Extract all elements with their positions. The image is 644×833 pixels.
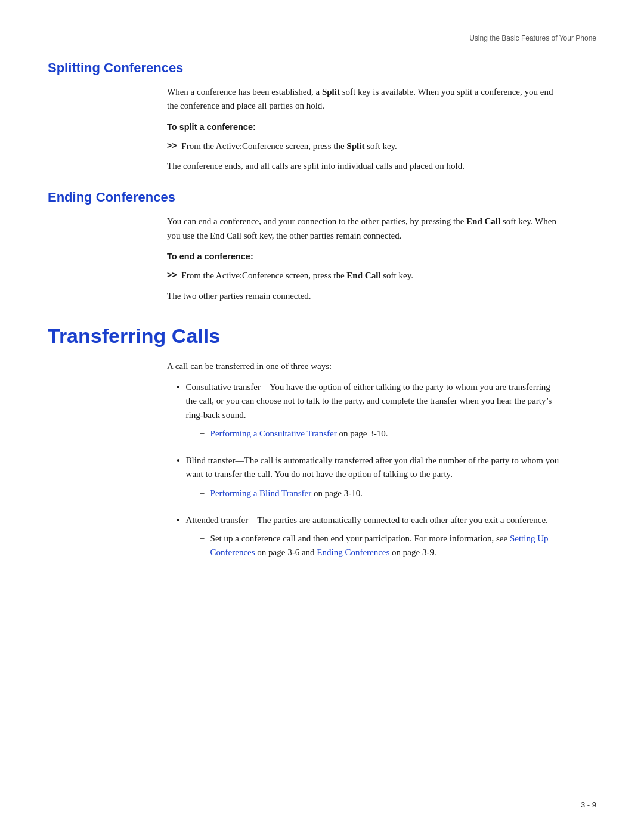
transferring-calls-content: A call can be transferred in one of thre…	[167, 360, 561, 565]
end-followup: The two other parties remain connected.	[167, 289, 561, 303]
dash-item-blind: – Performing a Blind Transfer on page 3-…	[200, 487, 561, 500]
dash-symbol-3: –	[200, 532, 205, 545]
bullet-dot-3: •	[177, 513, 180, 528]
splitting-intro: When a conference has been established, …	[167, 85, 561, 113]
splitting-conferences-content: When a conference has been established, …	[167, 85, 561, 173]
bullet-content-blind: Blind transfer—The call is automatically…	[186, 454, 561, 505]
dash-symbol-1: –	[200, 427, 205, 440]
dash-content-blind: Performing a Blind Transfer on page 3-10…	[210, 487, 561, 500]
bullet-item-attended: • Attended transfer—The parties are auto…	[177, 513, 561, 565]
page-container: Using the Basic Features of Your Phone S…	[0, 0, 644, 833]
attended-prefix: Set up a conference call and then end yo…	[210, 534, 510, 543]
page-number: 3 - 9	[581, 800, 596, 809]
split-subheading: To split a conference:	[167, 120, 561, 134]
dash-item-consultative: – Performing a Consultative Transfer on …	[200, 427, 561, 441]
bullet-content-attended: Attended transfer—The parties are automa…	[186, 513, 561, 565]
splitting-conferences-heading: Splitting Conferences	[48, 60, 596, 76]
end-arrow-item: >> From the Active:Conference screen, pr…	[167, 269, 561, 283]
dash-item-attended: – Set up a conference call and then end …	[200, 532, 561, 560]
end-subheading: To end a conference:	[167, 250, 561, 263]
attended-link2-suffix: on page 3-9.	[389, 547, 436, 557]
dash-content-consultative: Performing a Consultative Transfer on pa…	[210, 427, 561, 441]
end-arrow-text: From the Active:Conference screen, press…	[181, 269, 561, 283]
consultative-suffix: on page 3-10.	[337, 429, 388, 438]
arrow-symbol-end: >>	[167, 269, 177, 282]
blind-suffix: on page 3-10.	[311, 488, 363, 498]
bullet-dot-1: •	[177, 380, 180, 395]
ending-intro: You can end a conference, and your conne…	[167, 215, 561, 243]
split-arrow-item: >> From the Active:Conference screen, pr…	[167, 140, 561, 153]
bullet-item-blind: • Blind transfer—The call is automatical…	[177, 454, 561, 505]
header-line	[167, 30, 596, 30]
transfer-bullet-list: • Consultative transfer—You have the opt…	[177, 380, 561, 565]
dash-symbol-2: –	[200, 487, 205, 500]
header-text: Using the Basic Features of Your Phone	[48, 34, 596, 42]
link-ending-conferences[interactable]: Ending Conferences	[317, 547, 389, 557]
split-followup: The conference ends, and all calls are s…	[167, 159, 561, 173]
ending-conferences-section: Ending Conferences You can end a confere…	[48, 190, 596, 302]
transferring-calls-heading: Transferring Calls	[48, 324, 596, 348]
link-consultative-transfer[interactable]: Performing a Consultative Transfer	[210, 429, 337, 438]
transfer-intro: A call can be transferred in one of thre…	[167, 360, 561, 373]
ending-conferences-heading: Ending Conferences	[48, 190, 596, 205]
link-blind-transfer[interactable]: Performing a Blind Transfer	[210, 488, 312, 498]
ending-conferences-content: You can end a conference, and your conne…	[167, 215, 561, 302]
attended-link1-suffix: on page 3-6 and	[255, 547, 317, 557]
split-arrow-text: From the Active:Conference screen, press…	[181, 140, 561, 153]
consultative-text: Consultative transfer—You have the optio…	[186, 382, 552, 420]
attended-text: Attended transfer—The parties are automa…	[186, 515, 548, 525]
bullet-item-consultative: • Consultative transfer—You have the opt…	[177, 380, 561, 445]
blind-text: Blind transfer—The call is automatically…	[186, 456, 559, 479]
bullet-dot-2: •	[177, 454, 180, 469]
bullet-content-consultative: Consultative transfer—You have the optio…	[186, 380, 561, 445]
splitting-conferences-section: Splitting Conferences When a conference …	[48, 60, 596, 173]
arrow-symbol: >>	[167, 140, 177, 153]
transferring-calls-section: Transferring Calls A call can be transfe…	[48, 324, 596, 565]
dash-content-attended: Set up a conference call and then end yo…	[210, 532, 561, 560]
